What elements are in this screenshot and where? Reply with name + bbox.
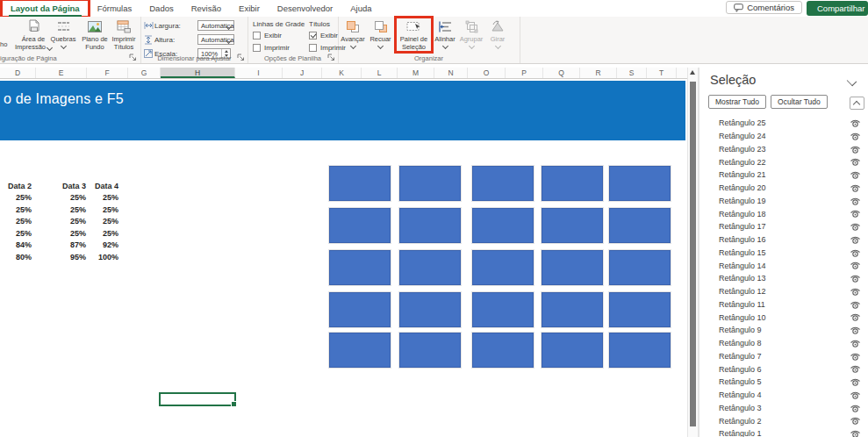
selection-pane-item[interactable]: Retângulo 2 — [699, 414, 868, 427]
selection-pane-item[interactable]: Retângulo 22 — [699, 155, 868, 168]
column-header-N[interactable]: N — [434, 68, 468, 78]
rectangle-shape[interactable] — [542, 250, 603, 285]
vertical-scrollbar[interactable] — [687, 68, 699, 437]
rectangle-shape[interactable] — [329, 333, 391, 368]
checkbox[interactable] — [309, 44, 317, 52]
column-header-P[interactable]: P — [506, 68, 543, 78]
column-header-E[interactable]: E — [36, 68, 87, 78]
gridlines-print-row[interactable]: Imprimir — [253, 44, 305, 52]
column-header-S[interactable]: S — [617, 68, 647, 78]
align-button[interactable]: Alinhar — [434, 18, 456, 48]
rectangle-shape[interactable] — [609, 250, 671, 285]
gridlines-view-row[interactable]: Exibir — [253, 32, 305, 39]
print-titles-button[interactable]: Imprimir Títulos — [109, 18, 139, 51]
rectangle-shape[interactable] — [329, 208, 391, 243]
rectangle-shape[interactable] — [542, 292, 603, 327]
column-header-K[interactable]: K — [322, 68, 362, 78]
eye-visibility-icon[interactable] — [850, 170, 861, 180]
column-header-D[interactable]: D — [0, 68, 36, 78]
table-cell[interactable]: 25% — [33, 193, 88, 202]
size-button-partial[interactable]: ho — [0, 40, 7, 48]
rectangle-shape[interactable] — [472, 208, 534, 243]
selection-pane-item[interactable]: Retângulo 11 — [699, 298, 868, 312]
tab-layout-da-pagina[interactable]: Layout da Página — [2, 0, 89, 17]
selection-pane-item[interactable]: Retângulo 14 — [699, 259, 868, 272]
table-cell[interactable]: 25% — [33, 229, 88, 238]
rectangle-shape[interactable] — [329, 292, 391, 327]
eye-visibility-icon[interactable] — [850, 339, 861, 348]
selection-pane-item[interactable]: Retângulo 25 — [699, 117, 868, 130]
rectangle-shape[interactable] — [399, 166, 461, 201]
dialog-launcher-icon[interactable] — [327, 54, 335, 61]
sheet-canvas[interactable]: o de Imagens e F5 Data 2Data 3Data 425%2… — [0, 79, 687, 437]
width-dropdown[interactable]: Automática — [197, 20, 234, 31]
selection-pane-item[interactable]: Retângulo 24 — [699, 130, 868, 143]
eye-visibility-icon[interactable] — [850, 364, 861, 374]
tab-formulas[interactable]: Fórmulas — [89, 0, 141, 17]
eye-visibility-icon[interactable] — [850, 352, 861, 362]
rectangle-shape[interactable] — [542, 333, 603, 368]
rectangle-shape[interactable] — [472, 333, 534, 368]
tab-exibir[interactable]: Exibir — [230, 0, 269, 17]
table-cell[interactable]: 92% — [88, 240, 120, 249]
comments-button[interactable]: Comentários — [726, 1, 802, 14]
fill-handle[interactable] — [231, 401, 237, 407]
table-cell[interactable]: Data 4 — [88, 182, 120, 190]
eye-visibility-icon[interactable] — [850, 118, 861, 128]
eye-visibility-icon[interactable] — [850, 183, 861, 193]
table-cell[interactable]: Data 3 — [33, 182, 88, 190]
group-button[interactable]: Agrupar — [459, 18, 484, 48]
eye-visibility-icon[interactable] — [850, 145, 861, 154]
table-cell[interactable]: 25% — [88, 229, 120, 238]
column-header-R[interactable]: R — [580, 68, 617, 78]
column-header-I[interactable]: I — [235, 68, 283, 78]
selection-pane-item[interactable]: Retângulo 12 — [699, 285, 868, 298]
eye-visibility-icon[interactable] — [850, 157, 861, 167]
table-cell[interactable]: Data 2 — [0, 182, 33, 190]
send-backward-button[interactable]: Recuar — [368, 18, 393, 48]
eye-visibility-icon[interactable] — [850, 377, 861, 387]
selection-pane-item[interactable]: Retângulo 9 — [699, 324, 868, 337]
dialog-launcher-icon[interactable] — [237, 54, 245, 61]
scroll-up-button[interactable] — [850, 97, 864, 110]
eye-visibility-icon[interactable] — [850, 287, 861, 297]
rectangle-shape[interactable] — [329, 166, 391, 201]
rectangle-shape[interactable] — [609, 208, 671, 243]
rectangle-shape[interactable] — [472, 166, 534, 201]
background-button[interactable]: Plano de Fundo — [79, 18, 111, 51]
checkbox[interactable] — [253, 32, 261, 39]
table-cell[interactable]: 25% — [88, 217, 120, 226]
eye-visibility-icon[interactable] — [850, 274, 861, 283]
column-header-M[interactable]: M — [398, 68, 434, 78]
rectangle-shape[interactable] — [609, 333, 671, 368]
dialog-launcher-icon[interactable] — [129, 54, 137, 61]
share-button[interactable]: Compartilhar — [807, 1, 868, 16]
table-cell[interactable]: 25% — [0, 217, 33, 226]
scroll-up-icon[interactable] — [690, 70, 695, 75]
selection-pane-item[interactable]: Retângulo 21 — [699, 168, 868, 182]
scrollbar-thumb[interactable] — [690, 82, 696, 426]
selection-pane-button[interactable]: Painel de Seleção — [397, 18, 431, 51]
column-header-O[interactable]: O — [468, 68, 506, 78]
selection-pane-item[interactable]: Retângulo 20 — [699, 182, 868, 195]
selection-pane-item[interactable]: Retângulo 5 — [699, 376, 868, 389]
show-all-button[interactable]: Mostrar Tudo — [708, 95, 766, 109]
selection-pane-item[interactable]: Retângulo 8 — [699, 337, 868, 350]
tab-ajuda[interactable]: Ajuda — [341, 0, 380, 17]
selection-pane-item[interactable]: Retângulo 3 — [699, 402, 868, 415]
breaks-button[interactable]: Quebras — [49, 18, 77, 48]
rectangle-shape[interactable] — [399, 250, 461, 285]
column-header-L[interactable]: L — [362, 68, 398, 78]
table-cell[interactable]: 100% — [88, 253, 120, 261]
table-cell[interactable]: 25% — [88, 193, 120, 202]
eye-visibility-icon[interactable] — [850, 416, 861, 426]
checkbox[interactable] — [309, 32, 317, 39]
table-cell[interactable]: 25% — [0, 229, 33, 238]
checkbox[interactable] — [253, 44, 261, 52]
active-cell[interactable] — [159, 392, 236, 406]
column-header-Q[interactable]: Q — [543, 68, 580, 78]
eye-visibility-icon[interactable] — [850, 197, 861, 206]
selection-pane-item[interactable]: Retângulo 1 — [699, 427, 868, 437]
eye-visibility-icon[interactable] — [850, 312, 861, 322]
rectangle-shape[interactable] — [472, 250, 534, 285]
